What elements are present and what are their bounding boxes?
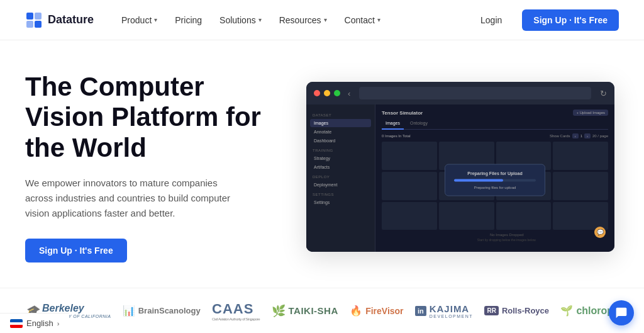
app-tab-ontology[interactable]: Ontology [406,120,431,127]
modal-status-text: Preparing files for upload [454,186,536,189]
logo-text: Datature [48,13,94,26]
app-top-bar: Tensor Simulator + Upload Images [382,110,608,116]
sidebar-section-settings: Settings [313,193,369,196]
hero-subtitle: We empower innovators to mature companie… [25,176,239,221]
image-cell-8 [553,172,608,200]
window-maximize-dot [334,90,340,96]
svg-rect-3 [35,21,42,28]
app-sidebar: Dataset Images Annotate Dashboard Traini… [306,104,375,252]
navbar: Datature Product ▾ Pricing Solutions ▾ R… [0,0,644,40]
image-cell-4 [553,142,608,170]
window-minimize-dot [324,90,330,96]
sidebar-section-dataset: Dataset [313,113,369,117]
app-tab-images[interactable]: Images [382,120,404,130]
resources-chevron-icon: ▾ [324,16,327,23]
logos-row: 🎓 Berkeley UNIVERSITY OF CALIFORNIA 📊 Br… [25,301,619,321]
chat-widget-button[interactable] [609,300,634,325]
help-circle-button[interactable]: 💬 [594,227,606,238]
contact-chevron-icon: ▾ [377,16,380,23]
logo-link[interactable]: Datature [25,11,94,29]
app-top-actions: + Upload Images [573,110,608,116]
upload-modal: Preparing Files for Upload Preparing fil… [445,164,545,196]
logo-firevisor: 🔥 FireVisor [350,305,403,317]
window-url-bar [359,87,591,99]
nav-item-resources[interactable]: Resources ▾ [272,11,335,29]
kajima-icon: in [415,306,426,316]
app-screenshot: ‹ ↻ Dataset Images Annotate Dashboard Tr… [306,82,614,252]
svg-rect-1 [35,13,42,20]
logos-section: 🎓 Berkeley UNIVERSITY OF CALIFORNIA 📊 Br… [0,288,644,333]
app-tabs-bar: Images Ontology [382,120,608,130]
app-main-content: Tensor Simulator + Upload Images Images … [375,104,614,252]
pagination-prev[interactable]: ‹ [572,133,579,138]
sidebar-section-training: Training [313,149,369,152]
sidebar-item-dashboard[interactable]: Dashboard [310,137,371,145]
chat-icon [615,307,628,319]
window-titlebar: ‹ ↻ [306,82,614,104]
window-back-icon: ‹ [348,89,350,98]
pagination-next[interactable]: › [584,133,591,138]
sidebar-item-images[interactable]: Images [310,119,371,127]
logo-rolls-royce: RR Rolls-Royce [484,306,549,315]
sidebar-item-settings[interactable]: Settings [310,198,371,206]
language-label: English [26,319,53,328]
window-close-dot [314,90,320,96]
window-refresh-icon: ↻ [600,89,607,98]
logo-brainscanology: 📊 BrainScanology [123,305,201,317]
logo-caas: CAAS Civil Aviation Authority of Singapo… [212,301,260,321]
sidebar-item-artifacts[interactable]: Artifacts [310,163,371,171]
modal-title: Preparing Files for Upload [454,171,536,176]
hero-title: The Computer Vision Platform for the Wor… [25,72,277,163]
taiki-icon: 🌿 [272,304,286,318]
firevisor-icon: 🔥 [350,305,362,317]
image-cell-12 [553,202,608,230]
nav-actions: Login Sign Up · It's Free [468,9,619,31]
image-cell-10 [439,202,494,230]
logo-kajima: in KAJIMA DEVELOPMENT [415,303,473,319]
hero-image-area: ‹ ↻ Dataset Images Annotate Dashboard Tr… [302,82,619,252]
image-cell-1 [382,142,437,170]
image-cell-11 [496,202,552,230]
svg-rect-2 [26,21,33,28]
app-screen-title: Tensor Simulator [382,110,423,116]
nav-signup-button[interactable]: Sign Up · It's Free [522,9,619,31]
image-cell-5 [382,172,437,200]
modal-progress-bar-bg [454,179,536,182]
chloropy-icon: 🌱 [560,305,573,317]
image-cell-9 [382,202,437,230]
nav-links: Product ▾ Pricing Solutions ▾ Resources … [114,11,468,29]
hero-section: The Computer Vision Platform for the Wor… [0,40,644,288]
nav-item-pricing[interactable]: Pricing [167,11,209,29]
modal-progress-bar-fill [454,179,503,182]
language-chevron-icon[interactable]: › [57,320,60,327]
flag-icon [10,319,23,328]
nav-item-contact[interactable]: Contact ▾ [337,11,388,29]
datature-logo-icon [25,11,43,29]
logo-taiki: 🌿 TAIKI-SHA [272,304,338,318]
sidebar-item-strategy[interactable]: Strategy [310,154,371,162]
svg-rect-0 [26,13,33,20]
solutions-chevron-icon: ▾ [258,16,262,23]
nav-item-product[interactable]: Product ▾ [114,11,165,29]
hero-signup-button[interactable]: Sign Up · It's Free [25,239,127,262]
sidebar-item-deployment[interactable]: Deployment [310,181,371,189]
sidebar-item-annotate[interactable]: Annotate [310,128,371,136]
rolls-royce-icon: RR [484,306,498,315]
login-button[interactable]: Login [468,10,514,30]
nav-item-solutions[interactable]: Solutions ▾ [212,11,269,29]
app-action-upload[interactable]: + Upload Images [573,110,608,116]
app-inner-layout: Dataset Images Annotate Dashboard Traini… [306,104,614,252]
brainscanology-icon: 📊 [123,305,135,317]
hero-text-area: The Computer Vision Platform for the Wor… [25,72,277,262]
sidebar-section-deploy: Deploy [313,175,369,179]
app-pagination: Show Cards ‹ 1 › 20 / page [550,133,608,138]
language-bar: English › [0,313,69,333]
product-chevron-icon: ▾ [154,16,157,23]
